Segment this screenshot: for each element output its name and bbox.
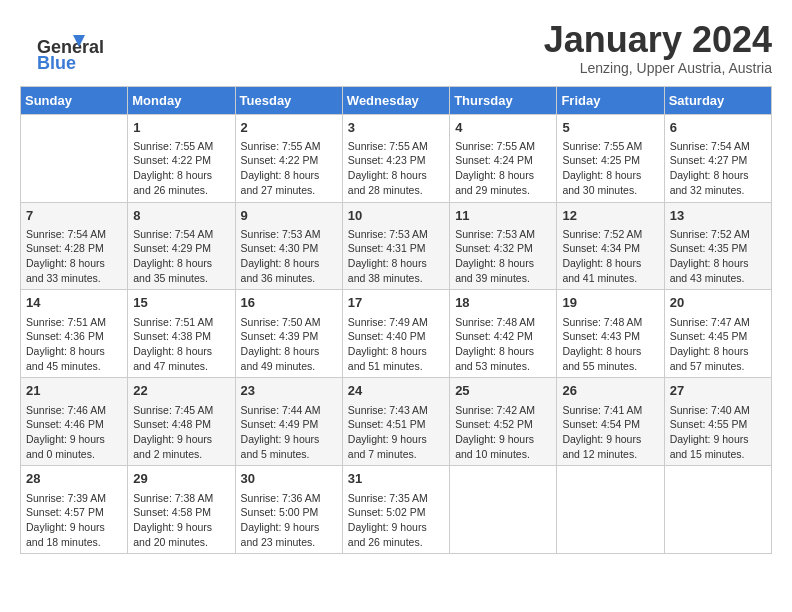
calendar-cell: 30Sunrise: 7:36 AMSunset: 5:00 PMDayligh…: [235, 466, 342, 554]
day-info: Sunrise: 7:49 AMSunset: 4:40 PMDaylight:…: [348, 315, 444, 374]
week-row-3: 14Sunrise: 7:51 AMSunset: 4:36 PMDayligh…: [21, 290, 772, 378]
day-header-tuesday: Tuesday: [235, 86, 342, 114]
day-number: 22: [133, 382, 229, 400]
day-header-saturday: Saturday: [664, 86, 771, 114]
calendar-cell: 24Sunrise: 7:43 AMSunset: 4:51 PMDayligh…: [342, 378, 449, 466]
week-row-4: 21Sunrise: 7:46 AMSunset: 4:46 PMDayligh…: [21, 378, 772, 466]
calendar-cell: 3Sunrise: 7:55 AMSunset: 4:23 PMDaylight…: [342, 114, 449, 202]
calendar-cell: 4Sunrise: 7:55 AMSunset: 4:24 PMDaylight…: [450, 114, 557, 202]
day-header-sunday: Sunday: [21, 86, 128, 114]
day-number: 12: [562, 207, 658, 225]
day-info: Sunrise: 7:53 AMSunset: 4:30 PMDaylight:…: [241, 227, 337, 286]
day-number: 30: [241, 470, 337, 488]
day-info: Sunrise: 7:39 AMSunset: 4:57 PMDaylight:…: [26, 491, 122, 550]
day-info: Sunrise: 7:41 AMSunset: 4:54 PMDaylight:…: [562, 403, 658, 462]
day-number: 21: [26, 382, 122, 400]
day-info: Sunrise: 7:36 AMSunset: 5:00 PMDaylight:…: [241, 491, 337, 550]
day-number: 16: [241, 294, 337, 312]
calendar-cell: 29Sunrise: 7:38 AMSunset: 4:58 PMDayligh…: [128, 466, 235, 554]
day-info: Sunrise: 7:47 AMSunset: 4:45 PMDaylight:…: [670, 315, 766, 374]
day-number: 24: [348, 382, 444, 400]
calendar-cell: [557, 466, 664, 554]
day-info: Sunrise: 7:52 AMSunset: 4:34 PMDaylight:…: [562, 227, 658, 286]
day-info: Sunrise: 7:52 AMSunset: 4:35 PMDaylight:…: [670, 227, 766, 286]
calendar-cell: 1Sunrise: 7:55 AMSunset: 4:22 PMDaylight…: [128, 114, 235, 202]
day-info: Sunrise: 7:53 AMSunset: 4:31 PMDaylight:…: [348, 227, 444, 286]
day-number: 26: [562, 382, 658, 400]
calendar-cell: 27Sunrise: 7:40 AMSunset: 4:55 PMDayligh…: [664, 378, 771, 466]
day-info: Sunrise: 7:51 AMSunset: 4:38 PMDaylight:…: [133, 315, 229, 374]
day-info: Sunrise: 7:55 AMSunset: 4:22 PMDaylight:…: [133, 139, 229, 198]
day-info: Sunrise: 7:51 AMSunset: 4:36 PMDaylight:…: [26, 315, 122, 374]
day-number: 19: [562, 294, 658, 312]
day-info: Sunrise: 7:54 AMSunset: 4:29 PMDaylight:…: [133, 227, 229, 286]
page-header: General Blue January 2024 Lenzing, Upper…: [20, 20, 772, 76]
calendar-cell: 5Sunrise: 7:55 AMSunset: 4:25 PMDaylight…: [557, 114, 664, 202]
location: Lenzing, Upper Austria, Austria: [544, 60, 772, 76]
calendar-cell: 22Sunrise: 7:45 AMSunset: 4:48 PMDayligh…: [128, 378, 235, 466]
logo-icon: General Blue: [20, 25, 100, 75]
day-header-wednesday: Wednesday: [342, 86, 449, 114]
calendar-cell: 12Sunrise: 7:52 AMSunset: 4:34 PMDayligh…: [557, 202, 664, 290]
day-number: 3: [348, 119, 444, 137]
week-row-1: 1Sunrise: 7:55 AMSunset: 4:22 PMDaylight…: [21, 114, 772, 202]
day-info: Sunrise: 7:55 AMSunset: 4:22 PMDaylight:…: [241, 139, 337, 198]
day-number: 27: [670, 382, 766, 400]
day-info: Sunrise: 7:45 AMSunset: 4:48 PMDaylight:…: [133, 403, 229, 462]
calendar-cell: 2Sunrise: 7:55 AMSunset: 4:22 PMDaylight…: [235, 114, 342, 202]
calendar-cell: 19Sunrise: 7:48 AMSunset: 4:43 PMDayligh…: [557, 290, 664, 378]
week-row-2: 7Sunrise: 7:54 AMSunset: 4:28 PMDaylight…: [21, 202, 772, 290]
day-number: 1: [133, 119, 229, 137]
day-info: Sunrise: 7:35 AMSunset: 5:02 PMDaylight:…: [348, 491, 444, 550]
calendar-cell: 17Sunrise: 7:49 AMSunset: 4:40 PMDayligh…: [342, 290, 449, 378]
calendar-cell: [664, 466, 771, 554]
day-number: 23: [241, 382, 337, 400]
calendar-cell: 14Sunrise: 7:51 AMSunset: 4:36 PMDayligh…: [21, 290, 128, 378]
calendar-cell: [450, 466, 557, 554]
title-block: January 2024 Lenzing, Upper Austria, Aus…: [544, 20, 772, 76]
calendar-cell: 21Sunrise: 7:46 AMSunset: 4:46 PMDayligh…: [21, 378, 128, 466]
day-number: 11: [455, 207, 551, 225]
day-info: Sunrise: 7:54 AMSunset: 4:28 PMDaylight:…: [26, 227, 122, 286]
calendar-cell: 11Sunrise: 7:53 AMSunset: 4:32 PMDayligh…: [450, 202, 557, 290]
day-number: 9: [241, 207, 337, 225]
calendar-cell: 31Sunrise: 7:35 AMSunset: 5:02 PMDayligh…: [342, 466, 449, 554]
calendar-cell: 6Sunrise: 7:54 AMSunset: 4:27 PMDaylight…: [664, 114, 771, 202]
day-info: Sunrise: 7:48 AMSunset: 4:43 PMDaylight:…: [562, 315, 658, 374]
day-info: Sunrise: 7:54 AMSunset: 4:27 PMDaylight:…: [670, 139, 766, 198]
day-info: Sunrise: 7:50 AMSunset: 4:39 PMDaylight:…: [241, 315, 337, 374]
day-number: 2: [241, 119, 337, 137]
logo: General Blue: [20, 25, 100, 75]
day-number: 29: [133, 470, 229, 488]
day-number: 5: [562, 119, 658, 137]
day-info: Sunrise: 7:55 AMSunset: 4:24 PMDaylight:…: [455, 139, 551, 198]
calendar-cell: 20Sunrise: 7:47 AMSunset: 4:45 PMDayligh…: [664, 290, 771, 378]
calendar-header-row: SundayMondayTuesdayWednesdayThursdayFrid…: [21, 86, 772, 114]
day-info: Sunrise: 7:40 AMSunset: 4:55 PMDaylight:…: [670, 403, 766, 462]
day-number: 10: [348, 207, 444, 225]
day-info: Sunrise: 7:55 AMSunset: 4:25 PMDaylight:…: [562, 139, 658, 198]
month-year: January 2024: [544, 20, 772, 60]
day-number: 8: [133, 207, 229, 225]
day-number: 7: [26, 207, 122, 225]
day-info: Sunrise: 7:42 AMSunset: 4:52 PMDaylight:…: [455, 403, 551, 462]
calendar-cell: 16Sunrise: 7:50 AMSunset: 4:39 PMDayligh…: [235, 290, 342, 378]
week-row-5: 28Sunrise: 7:39 AMSunset: 4:57 PMDayligh…: [21, 466, 772, 554]
day-header-thursday: Thursday: [450, 86, 557, 114]
calendar-cell: 7Sunrise: 7:54 AMSunset: 4:28 PMDaylight…: [21, 202, 128, 290]
calendar-cell: 9Sunrise: 7:53 AMSunset: 4:30 PMDaylight…: [235, 202, 342, 290]
calendar-cell: 26Sunrise: 7:41 AMSunset: 4:54 PMDayligh…: [557, 378, 664, 466]
day-info: Sunrise: 7:55 AMSunset: 4:23 PMDaylight:…: [348, 139, 444, 198]
day-info: Sunrise: 7:44 AMSunset: 4:49 PMDaylight:…: [241, 403, 337, 462]
svg-text:Blue: Blue: [37, 53, 76, 73]
calendar-cell: 15Sunrise: 7:51 AMSunset: 4:38 PMDayligh…: [128, 290, 235, 378]
day-info: Sunrise: 7:46 AMSunset: 4:46 PMDaylight:…: [26, 403, 122, 462]
calendar-cell: 25Sunrise: 7:42 AMSunset: 4:52 PMDayligh…: [450, 378, 557, 466]
day-number: 17: [348, 294, 444, 312]
calendar-cell: 13Sunrise: 7:52 AMSunset: 4:35 PMDayligh…: [664, 202, 771, 290]
day-header-monday: Monday: [128, 86, 235, 114]
day-number: 18: [455, 294, 551, 312]
day-info: Sunrise: 7:48 AMSunset: 4:42 PMDaylight:…: [455, 315, 551, 374]
calendar-cell: [21, 114, 128, 202]
calendar-table: SundayMondayTuesdayWednesdayThursdayFrid…: [20, 86, 772, 555]
